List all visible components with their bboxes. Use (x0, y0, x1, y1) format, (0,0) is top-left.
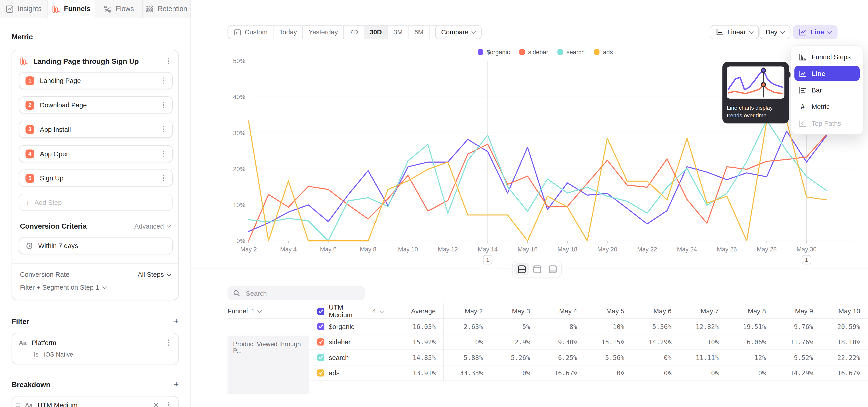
report-type-tabs: InsightsFunnelsFlowsRetention (0, 0, 190, 18)
table-search[interactable] (228, 286, 365, 300)
insights-chart-icon (5, 5, 14, 13)
breakdown-column-select[interactable]: UTM Medium 4 (309, 304, 384, 319)
tab-funnels[interactable]: Funnels (48, 0, 95, 18)
funnel-column-select[interactable]: Funnel 1 (228, 307, 309, 315)
funnel-step-2[interactable]: 2 Download Page (19, 96, 173, 114)
conversion-window-button[interactable]: Within 7 days (19, 237, 173, 254)
value-cell: 18.18% (821, 338, 868, 346)
step-kebab-menu[interactable] (160, 175, 166, 181)
chevron-down-icon (749, 29, 754, 34)
average-column-header[interactable]: Average (383, 307, 443, 315)
value-cell: 0% (632, 369, 679, 377)
column-header-may-5[interactable]: May 5 (585, 307, 632, 315)
scale-select[interactable]: Linear (710, 25, 759, 39)
add-step-button[interactable]: + Add Step (19, 194, 173, 211)
column-header-may-9[interactable]: May 9 (774, 307, 821, 315)
drag-handle-icon[interactable]: ☰ (16, 402, 20, 407)
tab-insights[interactable]: Insights (0, 0, 48, 18)
layout-toggle-chart-only[interactable] (530, 263, 544, 275)
menu-item-funnel-steps[interactable]: Funnel Steps (794, 49, 860, 64)
value-cell: 5.36% (632, 323, 679, 330)
select-all-checkbox[interactable] (317, 308, 324, 315)
svg-text:50%: 50% (233, 58, 245, 64)
funnel-step-4[interactable]: 4 App Open (19, 145, 173, 162)
funnel-step-1[interactable]: 1 Landing Page (19, 72, 173, 89)
svg-text:May 24: May 24 (677, 246, 697, 253)
value-cell: 15.15% (585, 338, 632, 346)
value-cell: 16.03% (383, 323, 443, 330)
funnel-name-cell[interactable]: Product Viewed through P... (228, 336, 309, 394)
layout-toggle-chart-and-table[interactable] (514, 263, 529, 275)
step-kebab-menu[interactable] (160, 102, 166, 108)
range-7d[interactable]: 7D (344, 26, 364, 39)
funnel-step-3[interactable]: 3 App Install (19, 121, 173, 138)
linear-axis-icon (716, 28, 723, 36)
step-kebab-menu[interactable] (160, 151, 166, 157)
add-filter-button[interactable]: + (174, 317, 179, 325)
add-breakdown-button[interactable]: + (174, 380, 179, 389)
step-label: Landing Page (40, 77, 154, 84)
filter-property-name[interactable]: Platform (32, 339, 160, 347)
range-yesterday[interactable]: Yesterday (303, 26, 344, 39)
funnel-step-5[interactable]: 5 Sign Up (19, 169, 173, 187)
value-cell: 0% (585, 369, 632, 377)
funnels-app: InsightsFunnelsFlowsRetention Metric Lan… (0, 0, 868, 407)
column-header-may-10[interactable]: May 10 (821, 307, 868, 315)
remove-breakdown-icon[interactable]: ✕ (153, 401, 159, 407)
column-header-may-8[interactable]: May 8 (726, 307, 774, 315)
tab-retention[interactable]: Retention (143, 0, 191, 18)
conversion-rate-label: Conversion Rate (20, 271, 69, 279)
chevron-down-icon (780, 29, 785, 34)
compare-button[interactable]: Compare (435, 25, 482, 39)
value-cell: 13.91% (383, 369, 443, 377)
svg-text:May 20: May 20 (597, 246, 617, 253)
value-cell: 14.85% (383, 354, 443, 361)
range-30d[interactable]: 30D (364, 26, 388, 39)
column-header-may-7[interactable]: May 7 (679, 307, 726, 315)
menu-item-top-paths: Top Paths (794, 116, 860, 131)
range-6m[interactable]: 6M (409, 26, 430, 39)
tab-flows[interactable]: Flows (95, 0, 143, 18)
funnel-steps-list: 1 Landing Page 2 Download Page 3 App Ins… (12, 71, 178, 187)
chart-type-select[interactable]: Line (793, 25, 837, 39)
menu-item-metric[interactable]: #Metric (794, 99, 860, 114)
breakdown-kebab-menu[interactable] (165, 402, 172, 407)
menu-item-bar[interactable]: Bar (794, 83, 860, 97)
annotation-badge[interactable]: 1 (802, 255, 811, 264)
property-type-icon: Aa (19, 339, 26, 346)
filter-segment-toggle[interactable]: Filter + Segment on Step 1 (12, 279, 178, 292)
filter-kebab-menu[interactable] (165, 340, 172, 346)
conversion-rate-steps-select[interactable]: All Steps (138, 271, 170, 279)
interval-select[interactable]: Day (760, 25, 791, 39)
menu-item-line[interactable]: Line (794, 66, 860, 81)
column-header-may-2[interactable]: May 2 (443, 307, 491, 315)
range-today[interactable]: Today (274, 26, 303, 39)
property-type-icon: Aa (25, 402, 33, 407)
layout-toggle-table-only[interactable] (545, 263, 560, 275)
row-checkbox[interactable] (317, 369, 324, 376)
svg-text:1: 1 (805, 257, 808, 263)
step-number-badge: 2 (26, 100, 34, 109)
svg-text:May 30: May 30 (797, 246, 816, 253)
annotation-badge[interactable]: 1 (483, 255, 492, 264)
svg-text:May 26: May 26 (717, 246, 737, 253)
column-header-may-3[interactable]: May 3 (491, 307, 538, 315)
range-3m[interactable]: 3M (388, 26, 409, 39)
criteria-mode-select[interactable]: Advanced (134, 222, 170, 230)
filter-operator[interactable]: Is (34, 351, 38, 358)
step-kebab-menu[interactable] (160, 126, 166, 132)
column-header-may-4[interactable]: May 4 (538, 307, 585, 315)
breakdown-property-name[interactable]: UTM Medium (38, 401, 149, 407)
row-checkbox[interactable] (317, 323, 324, 330)
funnel-kebab-menu[interactable] (165, 58, 172, 64)
step-number-badge: 4 (26, 149, 34, 158)
step-kebab-menu[interactable] (160, 77, 166, 84)
row-checkbox[interactable] (317, 354, 324, 361)
search-input[interactable] (245, 289, 359, 298)
value-cell: 5.88% (443, 354, 491, 361)
filter-value[interactable]: iOS Native (44, 351, 73, 358)
svg-text:May 4: May 4 (280, 246, 297, 253)
column-header-may-6[interactable]: May 6 (632, 307, 679, 315)
row-checkbox[interactable] (317, 338, 324, 345)
range-custom[interactable]: Custom (228, 26, 274, 39)
